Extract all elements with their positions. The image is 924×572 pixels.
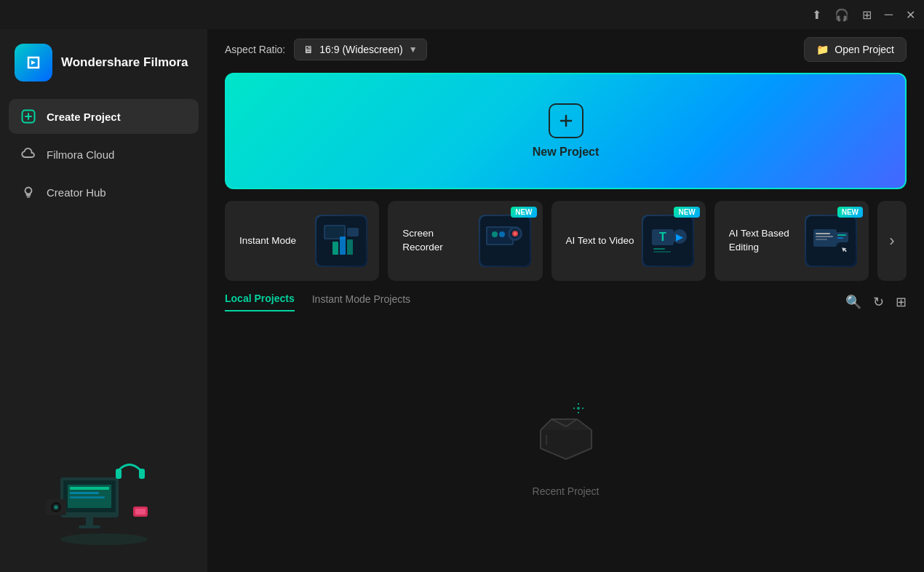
svg-rect-49: [816, 236, 833, 237]
content-area: Aspect Ratio: 🖥 16:9 (Widescreen) ▼ 📁 Op…: [207, 29, 924, 572]
svg-point-36: [514, 232, 517, 235]
sidebar-item-create-project[interactable]: Create Project: [9, 99, 199, 134]
new-project-plus-icon: [549, 103, 584, 138]
instant-mode-image: [315, 215, 367, 267]
svg-rect-8: [70, 492, 99, 494]
svg-rect-9: [70, 496, 105, 498]
svg-rect-26: [347, 228, 359, 237]
sidebar-illustration: [0, 412, 207, 572]
svg-point-20: [60, 533, 148, 545]
svg-rect-45: [653, 251, 671, 253]
chevron-right-icon: ›: [889, 231, 894, 250]
svg-text:T: T: [659, 231, 666, 243]
ai-text-video-badge: NEW: [674, 207, 699, 218]
svg-point-37: [492, 231, 498, 237]
svg-rect-17: [135, 509, 146, 515]
instant-mode-label: Instant Mode: [239, 234, 296, 248]
ai-text-video-label: AI Text to Video: [566, 234, 634, 248]
app-name: Wondershare Filmora: [61, 55, 188, 71]
svg-rect-19: [79, 525, 100, 528]
aspect-ratio-value: 16:9 (Widescreen): [319, 44, 402, 55]
screen-recorder-label: Screen Recorder: [402, 227, 475, 255]
svg-rect-48: [816, 233, 830, 234]
svg-rect-28: [340, 237, 346, 255]
ai-text-editing-label: AI Text Based Editing: [729, 227, 802, 255]
lightbulb-icon: [20, 184, 36, 200]
svg-rect-14: [116, 469, 122, 479]
screen-recorder-badge: NEW: [511, 207, 536, 218]
svg-rect-44: [653, 248, 665, 250]
tab-local-projects[interactable]: Local Projects: [225, 293, 295, 311]
feature-card-instant-mode[interactable]: Instant Mode: [225, 201, 379, 281]
new-project-label: New Project: [533, 146, 600, 159]
open-project-button[interactable]: 📁 Open Project: [804, 37, 907, 62]
search-icon[interactable]: 🔍: [845, 294, 861, 310]
titlebar: ⬆ 🎧 ⊞ ─ ✕: [0, 0, 924, 29]
upload-icon[interactable]: ⬆: [812, 8, 821, 22]
svg-rect-47: [813, 229, 837, 247]
svg-rect-18: [86, 517, 93, 526]
aspect-ratio-section: Aspect Ratio: 🖥 16:9 (Widescreen) ▼: [225, 39, 427, 60]
ai-text-video-image: T ▶: [642, 215, 694, 267]
svg-rect-53: [837, 237, 843, 239]
projects-tabs: Local Projects Instant Mode Projects 🔍 ↻…: [225, 293, 907, 311]
new-project-banner[interactable]: New Project: [225, 73, 907, 189]
svg-text:▶: ▶: [676, 231, 683, 242]
svg-point-54: [577, 407, 580, 410]
chevron-down-icon: ▼: [409, 44, 418, 55]
projects-section: Local Projects Instant Mode Projects 🔍 ↻…: [207, 281, 924, 572]
sidebar-item-creator-hub[interactable]: Creator Hub: [9, 175, 199, 210]
sidebar-logo: Wondershare Filmora: [0, 29, 207, 99]
empty-state-label: Recent Project: [533, 485, 600, 497]
filmora-cloud-label: Filmora Cloud: [47, 148, 114, 161]
close-icon[interactable]: ✕: [906, 8, 915, 22]
feature-card-ai-text-editing[interactable]: NEW AI Text Based Editing: [714, 201, 869, 281]
cloud-icon: [20, 146, 36, 162]
svg-rect-50: [816, 239, 827, 240]
create-project-label: Create Project: [47, 111, 121, 123]
svg-rect-52: [837, 234, 846, 236]
screen-recorder-image: [479, 215, 531, 267]
svg-rect-25: [325, 226, 344, 238]
svg-rect-29: [347, 239, 353, 255]
refresh-icon[interactable]: ↻: [873, 294, 884, 310]
new-project-content: New Project: [533, 103, 600, 159]
content-header: Aspect Ratio: 🖥 16:9 (Widescreen) ▼ 📁 Op…: [207, 29, 924, 70]
headset-icon[interactable]: 🎧: [835, 8, 849, 22]
svg-point-13: [55, 506, 57, 509]
main-layout: Wondershare Filmora Create Project: [0, 29, 924, 572]
decorative-illustration: [31, 426, 177, 557]
creator-hub-label: Creator Hub: [47, 186, 106, 199]
tab-instant-mode-projects[interactable]: Instant Mode Projects: [312, 293, 410, 311]
feature-card-ai-text-to-video[interactable]: NEW AI Text to Video T ▶: [551, 201, 706, 281]
ai-text-editing-badge: NEW: [837, 207, 863, 218]
monitor-icon: 🖥: [303, 44, 314, 55]
empty-box-icon: [522, 386, 610, 474]
svg-rect-15: [139, 469, 145, 479]
folder-icon: 📁: [816, 44, 829, 55]
app-logo-icon: [15, 44, 52, 82]
svg-rect-27: [332, 242, 338, 255]
ai-text-editing-image: [805, 215, 857, 267]
sidebar-item-filmora-cloud[interactable]: Filmora Cloud: [9, 137, 199, 172]
feature-cards: Instant Mode NEW Screen Recorde: [207, 201, 924, 281]
minimize-icon[interactable]: ─: [885, 8, 893, 21]
svg-rect-7: [70, 487, 109, 490]
svg-point-38: [499, 231, 505, 237]
grid-icon[interactable]: ⊞: [862, 8, 872, 22]
feature-card-more[interactable]: ›: [877, 201, 907, 281]
aspect-ratio-label: Aspect Ratio:: [225, 44, 285, 55]
projects-tabs-right: 🔍 ↻ ⊞: [845, 294, 907, 310]
feature-card-screen-recorder[interactable]: NEW Screen Recorder: [388, 201, 542, 281]
aspect-ratio-dropdown[interactable]: 🖥 16:9 (Widescreen) ▼: [294, 39, 426, 60]
view-toggle-icon[interactable]: ⊞: [896, 294, 907, 310]
open-project-label: Open Project: [835, 44, 894, 55]
plus-circle-icon: [20, 108, 36, 124]
projects-tabs-left: Local Projects Instant Mode Projects: [225, 293, 410, 311]
empty-state: Recent Project: [225, 311, 907, 572]
sidebar: Wondershare Filmora Create Project: [0, 29, 207, 572]
sidebar-nav: Create Project Filmora Cloud: [0, 99, 207, 210]
